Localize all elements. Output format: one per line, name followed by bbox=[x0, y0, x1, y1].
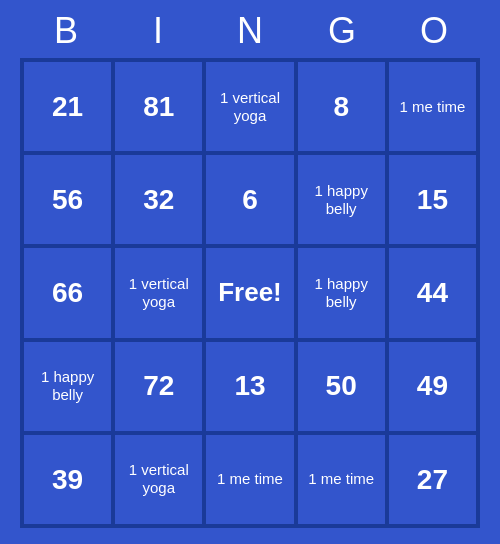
bingo-cell: 56 bbox=[22, 153, 113, 246]
bingo-cell: 27 bbox=[387, 433, 478, 526]
bingo-cell: 21 bbox=[22, 60, 113, 153]
bingo-cell: 1 happy belly bbox=[22, 340, 113, 433]
bingo-cell: 72 bbox=[113, 340, 204, 433]
bingo-cell: 49 bbox=[387, 340, 478, 433]
bingo-cell: 66 bbox=[22, 246, 113, 339]
header-letter: N bbox=[210, 10, 290, 52]
header-letter: O bbox=[394, 10, 474, 52]
bingo-header: BINGO bbox=[20, 0, 480, 58]
bingo-cell: 50 bbox=[296, 340, 387, 433]
bingo-cell: 44 bbox=[387, 246, 478, 339]
header-letter: G bbox=[302, 10, 382, 52]
bingo-cell: 39 bbox=[22, 433, 113, 526]
bingo-cell: 1 me time bbox=[204, 433, 295, 526]
header-letter: I bbox=[118, 10, 198, 52]
bingo-cell: 1 happy belly bbox=[296, 153, 387, 246]
bingo-cell: 1 vertical yoga bbox=[204, 60, 295, 153]
bingo-cell: 13 bbox=[204, 340, 295, 433]
bingo-cell: 1 happy belly bbox=[296, 246, 387, 339]
bingo-cell: 1 vertical yoga bbox=[113, 246, 204, 339]
bingo-cell: 8 bbox=[296, 60, 387, 153]
bingo-cell: 1 me time bbox=[387, 60, 478, 153]
bingo-cell: 32 bbox=[113, 153, 204, 246]
header-letter: B bbox=[26, 10, 106, 52]
bingo-cell: 1 me time bbox=[296, 433, 387, 526]
bingo-cell: 81 bbox=[113, 60, 204, 153]
bingo-cell: 6 bbox=[204, 153, 295, 246]
bingo-cell: Free! bbox=[204, 246, 295, 339]
bingo-grid: 21811 vertical yoga81 me time563261 happ… bbox=[20, 58, 480, 528]
bingo-cell: 15 bbox=[387, 153, 478, 246]
bingo-cell: 1 vertical yoga bbox=[113, 433, 204, 526]
